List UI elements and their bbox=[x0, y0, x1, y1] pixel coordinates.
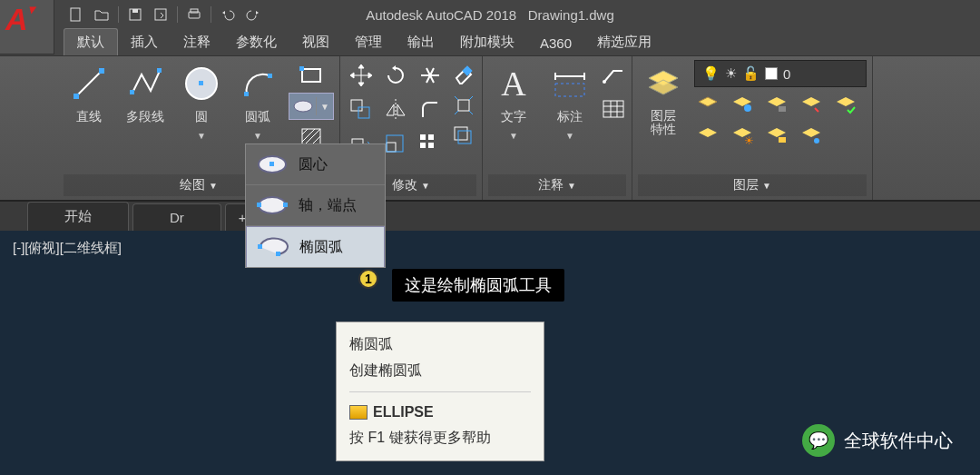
svg-rect-30 bbox=[455, 127, 467, 140]
new-icon[interactable] bbox=[67, 5, 85, 24]
fillet-icon[interactable] bbox=[415, 94, 446, 125]
watermark-text: 全球软件中心 bbox=[844, 429, 953, 453]
viewport-label[interactable]: [-][俯视][二维线框] bbox=[13, 240, 122, 255]
svg-rect-9 bbox=[130, 90, 134, 94]
ribbon-tabs: 默认 插入 注释 参数化 视图 管理 输出 附加模块 A360 精选应用 bbox=[0, 29, 980, 56]
polyline-button[interactable]: 多段线 bbox=[120, 60, 171, 174]
open-icon[interactable] bbox=[93, 5, 111, 24]
wechat-icon: 💬 bbox=[802, 424, 835, 457]
command-icon bbox=[349, 405, 368, 420]
tab-a360[interactable]: A360 bbox=[527, 31, 584, 55]
svg-point-17 bbox=[294, 101, 312, 112]
svg-point-33 bbox=[603, 80, 606, 84]
tab-featured[interactable]: 精选应用 bbox=[584, 29, 664, 55]
panel-annotation-title[interactable]: 注释 ▼ bbox=[488, 174, 626, 196]
svg-rect-20 bbox=[358, 107, 369, 118]
copy-icon[interactable] bbox=[346, 94, 377, 125]
app-menu-button[interactable]: A▾ bbox=[0, 0, 54, 54]
panel-layers-title[interactable]: 图层 ▼ bbox=[638, 174, 867, 196]
flyout-label: 圆心 bbox=[299, 155, 328, 174]
tab-annotate[interactable]: 注释 bbox=[171, 29, 223, 55]
svg-rect-7 bbox=[74, 94, 79, 99]
file-tab-start[interactable]: 开始 bbox=[27, 202, 129, 231]
ellipse-arc-option[interactable]: 椭圆弧 bbox=[246, 226, 385, 267]
layer-dropdown[interactable]: 💡 ☀ 🔓 0 bbox=[694, 60, 867, 87]
explode-icon[interactable] bbox=[451, 93, 476, 118]
tab-view[interactable]: 视图 bbox=[289, 29, 342, 55]
svg-rect-14 bbox=[268, 74, 272, 78]
separator bbox=[177, 6, 178, 23]
svg-rect-24 bbox=[420, 134, 426, 140]
annotation-badge-1: 1 bbox=[358, 269, 378, 289]
trim-icon[interactable] bbox=[415, 60, 446, 91]
svg-rect-12 bbox=[199, 81, 203, 85]
svg-rect-29 bbox=[458, 100, 469, 111]
color-swatch bbox=[765, 67, 778, 80]
svg-text:☀: ☀ bbox=[744, 134, 754, 147]
svg-rect-27 bbox=[428, 143, 434, 148]
svg-rect-2 bbox=[132, 9, 138, 13]
ellipse-arc-icon bbox=[256, 234, 290, 260]
layer-properties-button[interactable]: 图层 特性 bbox=[638, 60, 689, 174]
svg-rect-34 bbox=[603, 101, 623, 117]
tab-parametric[interactable]: 参数化 bbox=[223, 29, 289, 55]
dimension-button[interactable]: 标注▼ bbox=[544, 60, 595, 174]
offset-icon[interactable] bbox=[451, 124, 476, 149]
redo-icon[interactable] bbox=[244, 5, 262, 24]
ellipse-dropdown[interactable]: ▼ bbox=[289, 93, 334, 120]
watermark: 💬 全球软件中心 bbox=[802, 424, 953, 457]
file-tab-drawing1[interactable]: Dr bbox=[132, 203, 221, 231]
layer-make-current-icon[interactable] bbox=[832, 93, 863, 120]
tooltip-command: ELLIPSE bbox=[349, 400, 531, 426]
undo-icon[interactable] bbox=[219, 5, 237, 24]
svg-rect-13 bbox=[244, 92, 249, 96]
svg-rect-46 bbox=[276, 252, 280, 256]
ellipse-center-option[interactable]: 圆心 bbox=[246, 144, 385, 185]
title-bar: Autodesk AutoCAD 2018 Drawing1.dwg bbox=[0, 0, 980, 29]
table-icon[interactable] bbox=[601, 96, 626, 122]
text-button[interactable]: A文字▼ bbox=[488, 60, 539, 174]
tab-addins[interactable]: 附加模块 bbox=[447, 29, 527, 55]
erase-icon[interactable] bbox=[451, 62, 476, 87]
tab-default[interactable]: 默认 bbox=[64, 28, 118, 55]
separator bbox=[211, 6, 211, 23]
layer-on-icon[interactable] bbox=[694, 124, 725, 151]
layer-off-icon[interactable] bbox=[694, 93, 725, 120]
window-title: Autodesk AutoCAD 2018 Drawing1.dwg bbox=[366, 7, 614, 23]
layer-thaw-icon[interactable]: ☀ bbox=[729, 124, 760, 151]
leader-icon[interactable] bbox=[601, 64, 626, 89]
flyout-label: 椭圆弧 bbox=[299, 238, 343, 257]
array-icon[interactable] bbox=[415, 129, 446, 160]
circle-button[interactable]: 圆▼ bbox=[176, 60, 227, 174]
separator bbox=[118, 6, 119, 23]
ellipse-center-icon bbox=[255, 152, 289, 177]
tab-insert[interactable]: 插入 bbox=[118, 29, 171, 55]
svg-rect-36 bbox=[779, 106, 786, 112]
rectangle-icon[interactable] bbox=[289, 62, 334, 87]
panel-layers: 图层 特性 💡 ☀ 🔓 0 ☀ bbox=[632, 56, 873, 200]
svg-point-35 bbox=[744, 104, 751, 112]
svg-rect-16 bbox=[299, 66, 304, 71]
ellipse-axis-option[interactable]: 轴，端点 bbox=[246, 185, 385, 226]
layer-lock-icon[interactable] bbox=[763, 93, 794, 120]
quick-access-toolbar bbox=[67, 5, 262, 24]
plot-icon[interactable] bbox=[185, 5, 203, 24]
saveas-icon[interactable] bbox=[152, 5, 170, 24]
tab-output[interactable]: 输出 bbox=[395, 29, 447, 55]
svg-rect-10 bbox=[157, 68, 162, 73]
flyout-label: 轴，端点 bbox=[299, 196, 357, 215]
move-icon[interactable] bbox=[346, 60, 377, 91]
layer-freeze-icon[interactable] bbox=[729, 93, 760, 120]
rotate-icon[interactable] bbox=[380, 60, 411, 91]
layer-iso-icon[interactable] bbox=[798, 93, 828, 120]
layer-match-icon[interactable] bbox=[798, 124, 828, 151]
mirror-icon[interactable] bbox=[380, 94, 411, 125]
layer-unlock-icon[interactable] bbox=[763, 124, 794, 151]
layer-name: 0 bbox=[783, 66, 790, 82]
tab-manage[interactable]: 管理 bbox=[342, 29, 395, 55]
svg-rect-32 bbox=[555, 84, 584, 96]
viewport[interactable]: [-][俯视][二维线框] bbox=[0, 231, 980, 266]
svg-rect-3 bbox=[155, 9, 166, 20]
line-button[interactable]: 直线 bbox=[64, 60, 114, 174]
save-icon[interactable] bbox=[126, 5, 144, 24]
